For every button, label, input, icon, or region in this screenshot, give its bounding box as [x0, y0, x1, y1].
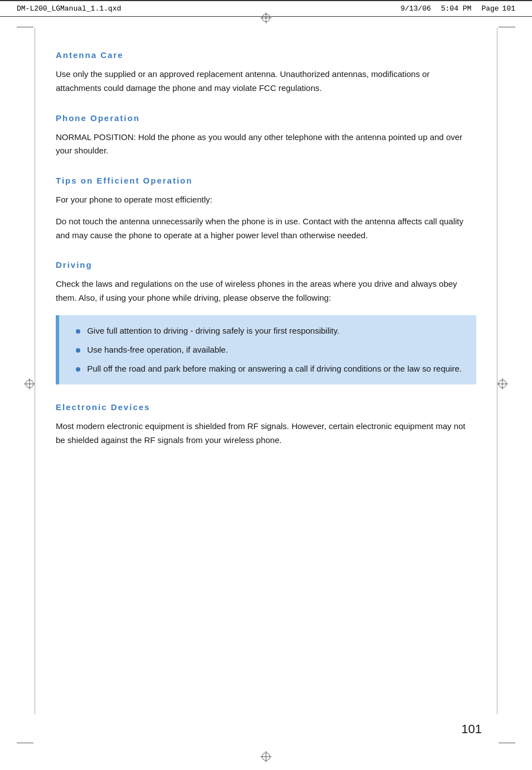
text-tips-1: For your phone to operate most efficient…	[56, 193, 476, 207]
main-content: Antenna Care Use only the supplied or an…	[0, 17, 532, 498]
bullet-marker-2	[76, 348, 80, 353]
text-electronic-devices: Most modern electronic equipment is shie…	[56, 420, 476, 447]
heading-tips: Tips on Efficient Operation	[56, 176, 476, 185]
header-page-label: Page	[481, 4, 499, 13]
header-page-number: 101	[502, 4, 515, 13]
text-phone-operation: NORMAL POSITION: Hold the phone as you w…	[56, 131, 476, 158]
text-driving: Check the laws and regulations on the us…	[56, 277, 476, 305]
heading-phone-operation: Phone Operation	[56, 113, 476, 123]
text-antenna-care: Use only the supplied or an approved rep…	[56, 68, 476, 95]
header-bar: DM-L200_LGManual_1.1.qxd 9/13/06 5:04 PM…	[0, 0, 532, 17]
section-driving: Driving Check the laws and regulations o…	[56, 260, 476, 384]
bullet-marker-1	[76, 329, 80, 334]
heading-antenna-care: Antenna Care	[56, 50, 476, 60]
heading-electronic-devices: Electronic Devices	[56, 402, 476, 412]
text-tips-2: Do not touch the antenna unnecessarily w…	[56, 215, 476, 243]
page-number: 101	[461, 722, 482, 737]
section-tips: Tips on Efficient Operation For your pho…	[56, 176, 476, 242]
reg-bottom-right	[499, 743, 515, 743]
crosshair-bottom	[260, 751, 272, 764]
page: DM-L200_LGManual_1.1.qxd 9/13/06 5:04 PM…	[0, 0, 532, 770]
header-date: 9/13/06	[400, 4, 431, 13]
bullet-3: Pull off the road and park before making…	[70, 362, 465, 376]
header-filename: DM-L200_LGManual_1.1.qxd	[17, 4, 390, 13]
driving-highlight-box: Give full attention to driving - driving…	[56, 315, 476, 384]
bullet-2: Use hands-free operation, if available.	[70, 343, 465, 357]
bullet-1: Give full attention to driving - driving…	[70, 324, 465, 338]
section-phone-operation: Phone Operation NORMAL POSITION: Hold th…	[56, 113, 476, 158]
section-antenna-care: Antenna Care Use only the supplied or an…	[56, 50, 476, 95]
header-time: 5:04 PM	[441, 4, 472, 13]
bullet-marker-3	[76, 367, 80, 372]
section-electronic-devices: Electronic Devices Most modern electroni…	[56, 402, 476, 447]
heading-driving: Driving	[56, 260, 476, 270]
reg-bottom-left	[17, 743, 33, 743]
